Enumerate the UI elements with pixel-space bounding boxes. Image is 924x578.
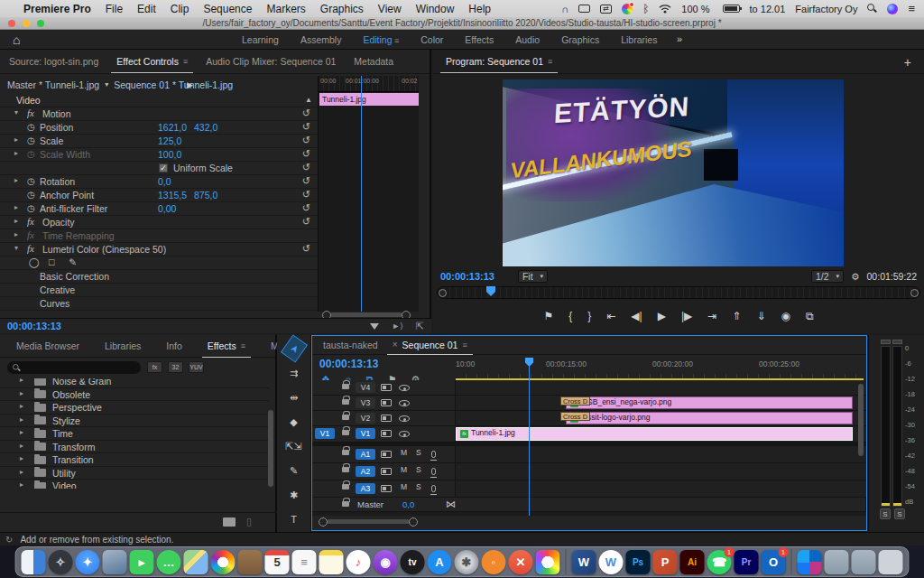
clip-rgb-ensi-nega-varjo-png[interactable]: fxRGB_ensi_nega-varjo.png (566, 396, 853, 409)
ec-row-motion[interactable]: ▾fxMotion↺ (0, 107, 318, 121)
notification-center-icon[interactable]: ≡ (908, 2, 915, 15)
whatsapp-icon[interactable]: ☎1 (707, 550, 732, 574)
window-switcher-icon[interactable]: ⇄ (600, 5, 612, 14)
ec-row-scale-width[interactable]: ▸◷Scale Width100,0↺ (0, 148, 318, 162)
reset-icon[interactable]: ↺ (302, 216, 310, 228)
tab-effect-controls[interactable]: Effect Controls≡ (111, 50, 193, 73)
openvpn-icon[interactable]: ◦ (482, 550, 506, 574)
property-value[interactable]: 125,0 (158, 135, 181, 146)
effects-list-scrollbar[interactable] (268, 410, 273, 487)
play-mini-icon[interactable]: ▶ (187, 80, 193, 89)
trash-icon[interactable]: ▯ (246, 516, 252, 527)
chevron-icon[interactable]: ▸ (14, 135, 18, 144)
apple-tv-icon[interactable]: tv (401, 550, 425, 574)
go-to-out-button[interactable]: ⇥ (707, 310, 716, 322)
panel-menu-icon[interactable]: ≡ (183, 57, 188, 66)
effect-name[interactable]: Lumetri Color (Cinespace 50) (42, 244, 166, 255)
stopwatch-icon[interactable]: ◷ (27, 203, 35, 213)
toggle-track-output-eye-icon[interactable] (399, 400, 410, 406)
social-media-folder-icon[interactable] (798, 550, 822, 574)
chevron-icon[interactable]: ▸ (20, 480, 23, 489)
illustrator-icon[interactable]: Ai (680, 550, 705, 574)
reminders-icon[interactable]: ≡ (292, 550, 317, 574)
mark-in-button[interactable]: { (568, 310, 572, 322)
reset-icon[interactable]: ↺ (302, 162, 310, 173)
property-name[interactable]: Position (40, 122, 73, 133)
property-value[interactable]: 0,00 (158, 203, 176, 214)
effect-controls-mini-timeline[interactable]: 00:0000:01:00:0000:02 Tunneli-1.jpg (318, 76, 419, 312)
workspace-overflow-button[interactable]: » (677, 33, 682, 44)
uniform-scale-checkbox[interactable]: ✓ (159, 163, 168, 172)
launchpad-icon[interactable]: ✧ (49, 550, 73, 574)
display-icon[interactable] (578, 5, 590, 13)
property-name[interactable]: Scale (40, 135, 63, 146)
lock-icon[interactable] (342, 430, 349, 435)
razor-tool[interactable]: ◆ (284, 414, 304, 430)
close-window-button[interactable] (8, 20, 15, 27)
track-target-v3[interactable]: V3 (356, 397, 375, 408)
stopwatch-icon[interactable]: ◷ (27, 176, 35, 186)
premiere-icon[interactable]: Pr (735, 550, 759, 574)
photoshop-icon[interactable]: Ps (626, 550, 651, 574)
voiceover-record-mic-icon[interactable] (431, 451, 436, 458)
effect-controls-timecode[interactable]: 00:00:13:13 (7, 321, 61, 331)
stopwatch-icon[interactable]: ◷ (27, 135, 35, 145)
play-in-to-out-icon[interactable]: ►⟩ (392, 322, 402, 331)
accelerated-effects-badge[interactable]: fx (147, 361, 162, 373)
trash-icon[interactable] (879, 550, 903, 574)
sequence-clip-label[interactable]: Sequence 01 * Tunneli-1.jpg (114, 79, 233, 90)
solo-left-button[interactable]: S (880, 508, 891, 519)
track-target-v2[interactable]: V2 (356, 413, 375, 424)
filter-icon[interactable] (370, 323, 379, 330)
menu-view[interactable]: View (378, 3, 402, 15)
workspace-tab-learning[interactable]: Learning (242, 34, 279, 45)
reset-icon[interactable]: ↺ (302, 189, 310, 200)
zoom-window-button[interactable] (37, 20, 44, 27)
system-preferences-icon[interactable]: ✱ (455, 550, 479, 574)
workspace-tab-color[interactable]: Color (420, 34, 443, 45)
menubar-clock[interactable]: to 12.01 (750, 4, 786, 14)
powerpoint-icon[interactable]: P (653, 550, 678, 574)
reset-icon[interactable]: ↺ (302, 121, 310, 133)
ec-row-masks[interactable]: ◯□✎ (0, 256, 318, 270)
mail-icon[interactable] (103, 550, 127, 574)
lock-icon[interactable] (342, 450, 349, 455)
ec-row-creative[interactable]: Creative (0, 284, 318, 297)
wifi-icon[interactable] (659, 4, 671, 14)
go-to-in-button[interactable]: ⇤ (606, 310, 615, 322)
voiceover-record-mic-icon[interactable] (431, 468, 436, 475)
effects-folder-obsolete[interactable]: ▸Obsolete (0, 388, 269, 402)
lumetri-section[interactable]: Curves (40, 298, 69, 309)
effect-name[interactable]: Opacity (42, 217, 75, 228)
stopwatch-icon[interactable]: ◷ (27, 122, 35, 132)
toggle-track-output-eye-icon[interactable] (399, 415, 410, 422)
source-patch-v1[interactable]: V1 (315, 428, 335, 439)
hand-tool[interactable]: ✱ (284, 487, 304, 503)
reset-icon[interactable]: ↺ (302, 107, 310, 119)
ec-row-anti-flicker-filter[interactable]: ▸◷Anti-flicker Filter0,00↺ (0, 202, 318, 216)
fit-dropdown[interactable]: Fit▾ (518, 270, 548, 283)
tab-media-browser[interactable]: Media Browser (11, 334, 85, 358)
ec-row-color-wheels-match[interactable]: Color Wheels & Match (0, 311, 318, 312)
slip-tool[interactable]: ⇱⇲ (284, 438, 304, 454)
chevron-icon[interactable]: ▾ (14, 244, 18, 252)
keyframe-nav-icon[interactable]: ⋈ (446, 499, 456, 510)
lock-icon[interactable] (342, 501, 349, 507)
reset-icon[interactable]: ↺ (302, 148, 310, 160)
search-input[interactable] (25, 363, 134, 373)
solo-track-button[interactable]: S (416, 465, 421, 474)
extract-button[interactable]: ⇓ (756, 310, 765, 322)
ec-row-time-remapping[interactable]: ▸fxTime Remapping (0, 229, 318, 243)
chevron-icon[interactable]: ▸ (20, 389, 23, 397)
transition-cross-dissolve[interactable]: Cross D (560, 396, 590, 406)
mini-timeline-clip[interactable]: Tunneli-1.jpg (319, 93, 419, 106)
chevron-icon[interactable]: ▸ (20, 468, 23, 476)
timeline-timecode[interactable]: 00:00:13:13 (319, 358, 378, 370)
property-value[interactable]: 0,0 (158, 176, 171, 187)
rect-mask-icon[interactable]: □ (49, 256, 54, 267)
ec-row-lumetri-color-cinespace-50-[interactable]: ▾fxLumetri Color (Cinespace 50)↺ (0, 243, 318, 256)
tab-metadata[interactable]: Metadata (348, 50, 399, 73)
lock-icon[interactable] (342, 384, 349, 389)
effects-folder-perspective[interactable]: ▸Perspective (0, 401, 269, 415)
creative-cloud-icon[interactable] (622, 4, 633, 14)
